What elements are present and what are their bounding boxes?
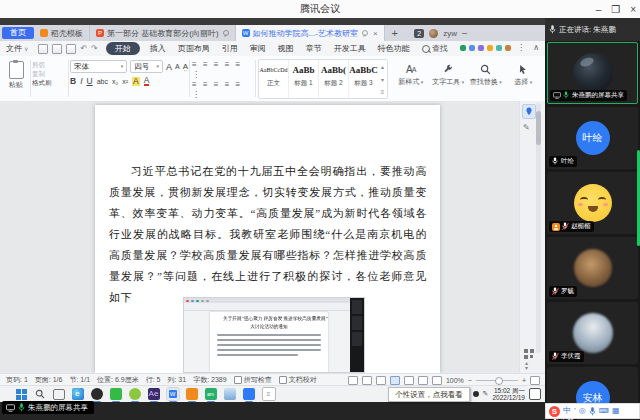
strikethrough-icon[interactable]: abc (97, 78, 108, 85)
participant-tile-sharer[interactable]: 朱燕鹏的屏幕共享 (547, 42, 638, 104)
tray-qq-icon[interactable] (473, 391, 479, 397)
notification-center-icon[interactable] (529, 388, 541, 400)
tab-docer[interactable]: 稻壳模板 (34, 25, 90, 41)
bold-button[interactable]: B (70, 76, 76, 86)
menu-tab-home[interactable]: 开始 (106, 42, 140, 55)
print-preview-icon[interactable] (66, 44, 76, 54)
underline-button[interactable]: U (87, 76, 93, 86)
member-icon[interactable] (487, 45, 493, 51)
taskbar-search-icon[interactable] (34, 388, 46, 400)
menu-tab-review[interactable]: 审阅 (244, 43, 272, 54)
edit-pen-icon[interactable]: ✎ (523, 123, 530, 132)
embedded-screenshot-image[interactable]: 关于开展“强心聚力 踔厉奋发 推进学校高质量发展” 大讨论活动的通知 (183, 297, 365, 373)
tray-clock[interactable]: 15:02 周一 2022/12/19 (492, 387, 525, 402)
app-icon-am[interactable]: am (205, 388, 217, 400)
sogou-settings-tooltip[interactable]: 个性设置，点我看看 (388, 387, 470, 402)
text-tool-button[interactable]: 文字工具 ▾ (431, 59, 465, 98)
emoji-mode-icon[interactable]: ◎ (579, 404, 586, 418)
eye-protect-icon[interactable] (432, 376, 442, 385)
save-icon[interactable] (38, 44, 48, 54)
participant-tile[interactable]: 赵楣楣 (547, 172, 638, 234)
read-mode-icon[interactable] (362, 376, 372, 385)
tools-icon[interactable] (505, 45, 511, 51)
sogou-logo-icon[interactable]: S (549, 406, 560, 417)
highlight-color-button[interactable]: A (132, 77, 140, 86)
page-nav-arrows[interactable]: ▴▾ (525, 361, 528, 371)
zoom-out-button[interactable]: − (468, 377, 472, 384)
tab-document-2[interactable]: W 如何推动学院高...-艺术教研室 × (236, 25, 385, 41)
collapse-ribbon-icon[interactable]: ∧ (533, 43, 539, 52)
outline-view-icon[interactable] (404, 376, 414, 385)
font-name-select[interactable]: 宋体▾ (70, 60, 127, 73)
qr-preview-icon[interactable] (524, 349, 534, 359)
after-effects-icon[interactable]: Ae (148, 388, 160, 400)
qq-icon[interactable] (91, 388, 103, 400)
style-heading-1[interactable]: AaBb 标题 1 (289, 60, 319, 98)
grow-font-icon[interactable]: A (166, 62, 172, 72)
redo-icon[interactable]: ↷ (91, 44, 98, 54)
screen-share-banner[interactable]: 朱燕鹏的屏幕共享 (2, 401, 94, 414)
more-icon[interactable]: ⋮ (517, 43, 525, 52)
pin-icon[interactable] (361, 30, 368, 37)
chinese-mode-icon[interactable]: 中 (563, 404, 571, 418)
participant-tile[interactable]: 李伏霞 (547, 302, 638, 364)
subscript-icon[interactable]: x₂ (112, 78, 118, 85)
undo-icon[interactable]: ↶ (80, 44, 87, 54)
menu-tab-devtools[interactable]: 开发工具 (328, 43, 372, 54)
new-tab-button[interactable]: + (385, 27, 405, 39)
find-replace-button[interactable]: 查找替换 ▾ (469, 59, 503, 98)
italic-button[interactable]: I (80, 76, 82, 86)
print-icon[interactable] (52, 44, 62, 54)
style-heading-2[interactable]: AaBb( 标题 2 (319, 60, 349, 98)
maximize-button[interactable]: ❐ (611, 4, 620, 15)
skin-grid-icon[interactable]: ▦ (612, 404, 620, 418)
notepad-icon[interactable]: ≡ (262, 387, 276, 401)
zoom-slider-knob[interactable] (495, 377, 503, 385)
zoom-level[interactable]: 100% (446, 377, 464, 384)
browser-360-icon[interactable] (129, 388, 141, 400)
document-page[interactable]: 习近平总书记在党的十九届五中全会明确指出，要推动高质量发展，贯彻新发展理念，切实… (95, 105, 440, 373)
minimize-button[interactable]: – (596, 4, 602, 15)
message-badge[interactable]: 2 (414, 29, 424, 38)
share-screen-icon[interactable] (496, 45, 502, 51)
select-button[interactable]: 选择 ▾ (506, 59, 540, 98)
tray-pen-icon[interactable]: ✎ (483, 390, 489, 398)
participant-tile[interactable]: 罗毓 (547, 237, 638, 299)
menu-tab-references[interactable]: 引用 (216, 43, 244, 54)
superscript-icon[interactable]: x² (122, 78, 128, 85)
account-avatar[interactable] (429, 29, 438, 38)
page-view-icon[interactable] (390, 376, 400, 385)
participant-tile[interactable]: 叶绘 叶绘 (547, 107, 638, 169)
paste-button[interactable]: 粘贴 (3, 59, 29, 98)
punctuation-icon[interactable]: ’ (574, 404, 576, 418)
cut-button[interactable]: 剪切 (32, 60, 66, 69)
document-paragraph[interactable]: 习近平总书记在党的十九届五中全会明确指出，要推动高质量发展，贯彻新发展理念，切实… (109, 161, 427, 308)
paragraph-icons-row1[interactable]: ≡ ≡ ≡ ≡ ≡ ⋮ (192, 60, 254, 80)
paragraph-icons-row2[interactable]: ≡ ≡ ≡ ≡ ≡ ⋮ (192, 80, 254, 100)
menu-tab-special[interactable]: 特色功能 (372, 43, 416, 54)
wps-cloud-icon[interactable] (460, 45, 466, 51)
location-pin-icon[interactable] (522, 104, 536, 119)
scrollbar-thumb[interactable] (536, 111, 541, 145)
globe-icon[interactable] (469, 45, 475, 51)
account-name[interactable]: zyw (443, 29, 457, 38)
close-button[interactable]: × (630, 4, 636, 15)
zoom-slider[interactable] (476, 380, 518, 381)
tab-document-1[interactable]: P 第一部分 基础教育部分(向丽叶) (90, 25, 236, 41)
tencent-meeting-icon[interactable] (243, 388, 255, 400)
wps-taskbar-icon[interactable]: W (167, 388, 179, 400)
tab-home[interactable]: 首页 (2, 27, 34, 39)
menu-tab-section[interactable]: 章节 (300, 43, 328, 54)
phonetic-guide-icon[interactable]: A̤ (183, 62, 188, 71)
menu-tab-page-layout[interactable]: 页面布局 (172, 43, 216, 54)
find-command[interactable]: 查找 (416, 43, 454, 54)
wechat-icon[interactable] (110, 388, 122, 400)
zoom-in-button[interactable]: + (522, 377, 526, 384)
doc-proof-toggle[interactable]: 文档校对 (279, 375, 317, 385)
app-icon-orange[interactable] (186, 388, 198, 400)
wps-minimize-button[interactable]: – (462, 28, 467, 38)
menu-file[interactable]: 文件 ∨ (0, 43, 34, 54)
font-color-button[interactable]: A (144, 76, 150, 86)
start-button[interactable] (16, 389, 27, 400)
app-icon-blue[interactable] (224, 388, 236, 400)
